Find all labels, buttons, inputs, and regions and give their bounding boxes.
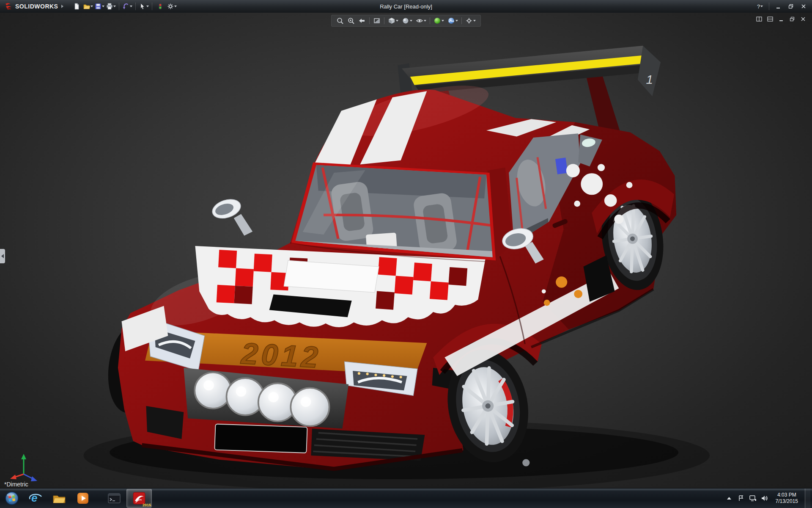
start-button[interactable] xyxy=(0,489,23,507)
doc-minimize-button[interactable] xyxy=(776,15,786,23)
dropdown-caret-icon[interactable] xyxy=(455,20,458,22)
license-plate[interactable] xyxy=(214,424,307,453)
toolbar-separator xyxy=(119,3,119,10)
options-button[interactable] xyxy=(166,1,177,11)
display-style-icon xyxy=(402,17,409,25)
hood-year-decal: 2012 xyxy=(240,337,322,374)
new-document-button[interactable] xyxy=(71,1,82,11)
dropdown-caret-icon[interactable] xyxy=(130,6,132,7)
doc-restore-icon xyxy=(790,17,795,22)
volume-icon[interactable] xyxy=(760,489,769,508)
dropdown-caret-icon[interactable] xyxy=(760,6,763,7)
display-style-button[interactable] xyxy=(401,16,414,25)
dropdown-caret-icon[interactable] xyxy=(102,6,104,7)
previous-view-button[interactable] xyxy=(357,16,367,25)
internet-explorer-icon: e xyxy=(29,491,42,505)
wing-number-decal: 1 xyxy=(646,72,653,86)
windshield[interactable] xyxy=(291,163,496,261)
minimize-icon xyxy=(776,4,781,9)
undo-button[interactable] xyxy=(122,1,133,11)
apply-scene-button[interactable] xyxy=(446,16,459,25)
taskbar-file-explorer[interactable] xyxy=(48,489,71,507)
zoom-to-fit-button[interactable] xyxy=(335,16,345,25)
logo-expand-arrow-icon[interactable] xyxy=(61,5,63,8)
dropdown-caret-icon[interactable] xyxy=(424,20,426,22)
options-gear-icon xyxy=(167,3,174,10)
left-mirror[interactable] xyxy=(210,196,252,236)
command-prompt-icon xyxy=(108,493,121,503)
close-icon xyxy=(801,4,806,9)
section-view-button[interactable] xyxy=(372,16,382,25)
taskbar: e 2015 xyxy=(0,488,812,508)
view-settings-button[interactable] xyxy=(464,16,477,25)
dropdown-caret-icon[interactable] xyxy=(442,20,444,22)
toolbar-separator xyxy=(135,3,136,10)
toolbar-separator xyxy=(461,17,462,24)
hide-show-items-button[interactable] xyxy=(414,16,428,25)
appearance-ball-icon xyxy=(433,17,441,25)
exhaust-tip xyxy=(522,459,529,467)
solidworks-logo-icon xyxy=(4,3,13,10)
dropdown-caret-icon[interactable] xyxy=(473,20,476,22)
window-controls: ? xyxy=(754,2,812,11)
taskbar-internet-explorer[interactable]: e xyxy=(24,489,47,507)
edit-appearance-button[interactable] xyxy=(432,16,445,25)
view-orientation-cube-icon xyxy=(388,17,395,25)
collapse-arrow-icon xyxy=(1,254,4,258)
open-button[interactable] xyxy=(82,1,93,11)
show-hidden-icons-button[interactable] xyxy=(725,489,733,508)
action-center-icon[interactable] xyxy=(737,489,745,508)
save-button[interactable] xyxy=(94,1,105,11)
print-button[interactable] xyxy=(105,1,116,11)
help-button[interactable]: ? xyxy=(754,2,766,11)
taskbar-media-player[interactable] xyxy=(71,489,94,507)
zoom-to-area-icon xyxy=(347,17,355,25)
toolbar-separator xyxy=(384,17,384,24)
graphics-area[interactable]: 1 xyxy=(0,13,812,489)
windows-start-icon xyxy=(5,491,19,505)
print-icon xyxy=(106,3,113,10)
rally-car-3d-model[interactable]: 1 xyxy=(0,13,812,489)
zoom-to-area-button[interactable] xyxy=(346,16,356,25)
view-orientation-button[interactable] xyxy=(387,16,400,25)
section-view-icon xyxy=(373,17,381,25)
taskbar-solidworks[interactable]: 2015 xyxy=(126,489,152,508)
help-glyph: ? xyxy=(757,3,760,10)
hide-show-eye-icon xyxy=(416,17,423,25)
new-document-icon xyxy=(73,3,80,10)
previous-view-icon xyxy=(358,17,366,25)
rebuild-button[interactable] xyxy=(155,1,166,11)
restore-button[interactable] xyxy=(785,2,797,11)
select-icon xyxy=(139,3,146,10)
dropdown-caret-icon[interactable] xyxy=(174,6,177,7)
dropdown-caret-icon[interactable] xyxy=(410,20,412,22)
dropdown-caret-icon[interactable] xyxy=(396,20,398,22)
brand-text: SOLIDWORKS xyxy=(15,3,58,10)
pane-tile-button[interactable] xyxy=(765,15,775,23)
dropdown-caret-icon[interactable] xyxy=(113,6,116,7)
reference-triad xyxy=(9,450,43,485)
show-desktop-button[interactable] xyxy=(805,489,810,508)
close-button[interactable] xyxy=(798,2,809,11)
save-icon xyxy=(95,3,102,10)
doc-close-icon xyxy=(801,17,806,22)
pane-split-button[interactable] xyxy=(754,15,764,23)
open-icon xyxy=(83,3,90,10)
clock-date: 7/13/2015 xyxy=(776,498,798,505)
dropdown-caret-icon[interactable] xyxy=(91,6,93,7)
doc-minimize-icon xyxy=(779,17,784,22)
network-icon[interactable] xyxy=(749,489,757,508)
solidworks-version-badge: 2015 xyxy=(143,503,151,507)
taskbar-command-prompt[interactable] xyxy=(103,489,126,507)
select-button[interactable] xyxy=(138,1,149,11)
doc-restore-button[interactable] xyxy=(787,15,797,23)
titlebar: SOLIDWORKS xyxy=(0,0,812,13)
doc-close-button[interactable] xyxy=(798,15,808,23)
minimize-button[interactable] xyxy=(772,2,784,11)
pane-split-icon xyxy=(756,17,762,22)
up-caret-icon xyxy=(727,497,731,500)
taskbar-clock[interactable]: 4:03 PM 7/13/2015 xyxy=(772,492,801,505)
dropdown-caret-icon[interactable] xyxy=(146,6,149,7)
app-logo: SOLIDWORKS xyxy=(0,0,68,13)
featuremanager-collapsed-tab[interactable] xyxy=(0,249,5,263)
